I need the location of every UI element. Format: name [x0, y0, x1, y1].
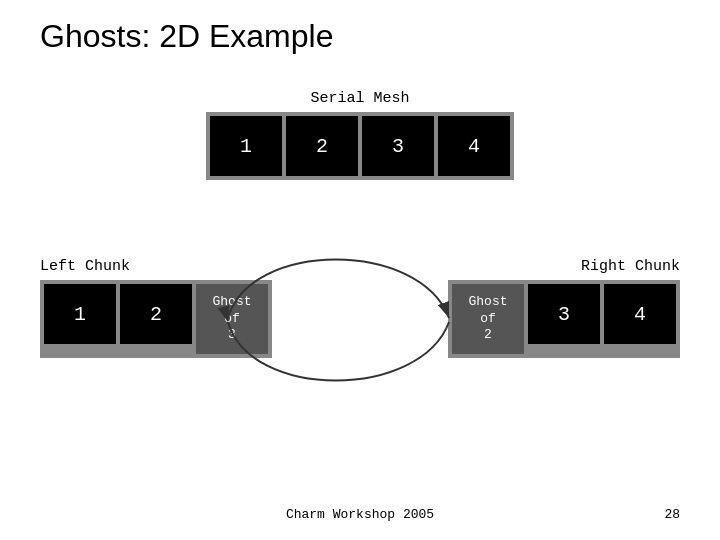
- serial-cell-2: 2: [286, 116, 358, 176]
- right-chunk-label: Right Chunk: [581, 258, 680, 275]
- left-ghost-cell: Ghostof3: [196, 284, 268, 354]
- footer-workshop: Charm Workshop 2005: [286, 507, 434, 522]
- serial-cell-4: 4: [438, 116, 510, 176]
- serial-cell-3: 3: [362, 116, 434, 176]
- right-cell-4: 4: [604, 284, 676, 344]
- serial-cell-1: 1: [210, 116, 282, 176]
- left-chunk-row: 1 2 Ghostof3: [40, 280, 272, 358]
- left-chunk-label: Left Chunk: [40, 258, 130, 275]
- left-cell-2: 2: [120, 284, 192, 344]
- left-cell-1: 1: [44, 284, 116, 344]
- serial-mesh-row: 1 2 3 4: [206, 112, 514, 180]
- right-ghost-cell: Ghostof2: [452, 284, 524, 354]
- page-title: Ghosts: 2D Example: [40, 18, 333, 55]
- right-chunk-row: Ghostof2 3 4: [448, 280, 680, 358]
- serial-mesh-label: Serial Mesh: [310, 90, 409, 107]
- right-cell-3: 3: [528, 284, 600, 344]
- footer-page: 28: [664, 507, 680, 522]
